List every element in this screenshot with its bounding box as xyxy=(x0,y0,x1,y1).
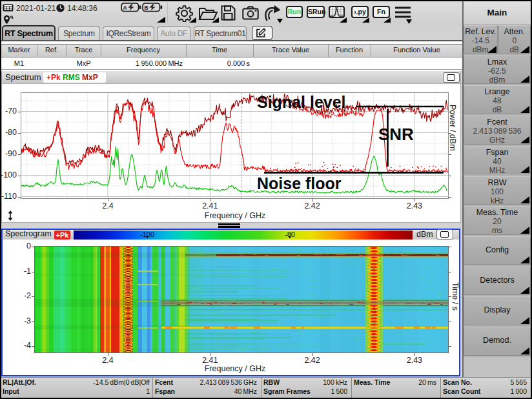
svg-text:A: A xyxy=(123,5,127,11)
svg-text:B: B xyxy=(145,5,148,11)
